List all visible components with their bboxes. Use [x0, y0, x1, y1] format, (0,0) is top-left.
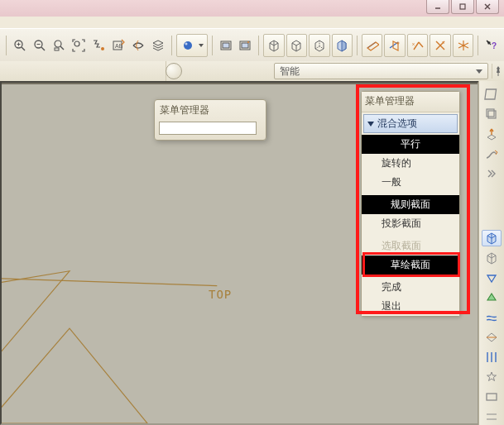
camera-icon[interactable]: [236, 36, 254, 55]
menu-item-general[interactable]: 一般: [362, 173, 459, 192]
svg-point-20: [185, 43, 187, 45]
plane-cross-icon[interactable]: x: [430, 34, 450, 57]
svg-rect-42: [487, 109, 494, 117]
coord-sys-icon[interactable]: [482, 106, 502, 122]
datum-top-label: TOP: [209, 288, 232, 301]
sub-toolbar: 智能: [0, 61, 504, 82]
grip-icon[interactable]: [482, 408, 502, 425]
layers-icon[interactable]: [149, 36, 167, 55]
cube-beige-icon[interactable]: [482, 250, 502, 266]
smart-filter-dropdown[interactable]: 智能: [274, 63, 488, 79]
plane-zx-icon[interactable]: x: [407, 34, 428, 57]
minimize-button[interactable]: [426, 0, 449, 14]
zoom-in-icon[interactable]: [11, 36, 29, 55]
svg-rect-1: [460, 4, 465, 9]
menu-item-parallel[interactable]: 平行: [362, 135, 459, 154]
menu-item-project-sec[interactable]: 投影截面: [362, 214, 459, 233]
zoom-window-icon[interactable]: [50, 36, 69, 55]
svg-rect-22: [223, 43, 229, 48]
close-button[interactable]: [476, 0, 499, 14]
arrow-up-icon[interactable]: [482, 289, 502, 306]
svg-point-36: [462, 45, 464, 47]
svg-rect-46: [487, 394, 497, 400]
view-mode-dropdown[interactable]: [176, 34, 208, 57]
svg-rect-40: [485, 89, 497, 99]
svg-point-25: [247, 41, 249, 43]
plane-xy-icon[interactable]: [362, 34, 382, 57]
svg-text:?: ?: [492, 41, 497, 50]
mini-panel-input[interactable]: [159, 122, 257, 135]
pin-icon[interactable]: [492, 64, 504, 79]
mini-panel-title: 菜单管理器: [156, 102, 264, 119]
ruler: [0, 61, 166, 81]
chevron-down-icon: [476, 69, 482, 74]
zoom-fit-icon[interactable]: [70, 36, 88, 55]
menu-manager-title: 菜单管理器: [362, 92, 459, 112]
menu-section-label: 混合选项: [377, 117, 417, 131]
snapshot-icon[interactable]: [217, 36, 235, 55]
title-bar: [0, 0, 504, 17]
svg-rect-41: [488, 111, 496, 118]
rect-icon[interactable]: [482, 389, 502, 405]
arrow-down-icon[interactable]: [482, 270, 502, 286]
smart-filter-label: 智能: [280, 64, 300, 79]
fit-selected-icon[interactable]: [89, 36, 108, 55]
menu-item-regular-sec[interactable]: 规则截面: [362, 195, 459, 214]
menu-manager-mini-panel[interactable]: 菜单管理器: [154, 99, 266, 141]
svg-rect-13: [55, 48, 59, 50]
menu-item-select-sec: 选取截面: [362, 236, 459, 255]
box-shadow-icon[interactable]: [332, 34, 353, 57]
svg-point-14: [74, 41, 79, 46]
curve-icon[interactable]: [482, 329, 502, 346]
menu-item-sketch-sec[interactable]: 草绘截面: [362, 255, 459, 275]
menu-item-rotational[interactable]: 旋转的: [362, 154, 459, 173]
box-hidden-icon[interactable]: [286, 34, 307, 57]
plane-iso-icon[interactable]: [453, 34, 473, 57]
svg-text:x: x: [442, 40, 444, 45]
svg-point-26: [397, 42, 399, 44]
svg-rect-24: [242, 43, 248, 48]
menu-item-quit[interactable]: 退出: [362, 297, 459, 316]
main-toolbar: AB x x ?: [0, 28, 504, 63]
datum-plane-icon[interactable]: [482, 86, 502, 103]
extrude-arrow-icon[interactable]: [482, 126, 502, 142]
svg-text:x: x: [412, 41, 415, 46]
cube-blue-icon[interactable]: [482, 230, 502, 246]
sweep-icon[interactable]: [482, 146, 502, 162]
plane-yz-icon[interactable]: [384, 34, 405, 57]
star-icon[interactable]: [482, 369, 502, 385]
bars-icon[interactable]: [482, 349, 502, 365]
refit-icon[interactable]: AB: [109, 36, 127, 55]
svg-point-11: [55, 41, 61, 47]
ruler-knob-icon[interactable]: [166, 63, 182, 79]
repaint-icon[interactable]: [129, 36, 147, 55]
sheet-icon[interactable]: [482, 309, 502, 326]
side-toolbar: [478, 81, 504, 425]
svg-line-5: [22, 47, 25, 50]
svg-point-19: [184, 41, 192, 50]
zoom-out-icon[interactable]: [31, 36, 49, 55]
svg-point-16: [101, 47, 104, 50]
help-icon[interactable]: ?: [482, 36, 501, 55]
svg-line-9: [41, 47, 45, 50]
box-shade-icon[interactable]: [263, 34, 284, 57]
triangle-down-icon: [367, 122, 374, 127]
menu-strip: [0, 17, 504, 29]
svg-line-12: [60, 46, 64, 50]
menu-section-header[interactable]: 混合选项: [363, 114, 458, 133]
maximize-button[interactable]: [451, 0, 474, 14]
chevrons-icon[interactable]: [482, 165, 502, 182]
menu-manager-panel: 菜单管理器 混合选项 平行 旋转的 一般 规则截面 投影截面 选取截面 草绘截面…: [361, 91, 460, 317]
box-wire-icon[interactable]: [309, 34, 329, 57]
svg-line-28: [419, 42, 423, 47]
menu-item-done[interactable]: 完成: [362, 278, 459, 297]
